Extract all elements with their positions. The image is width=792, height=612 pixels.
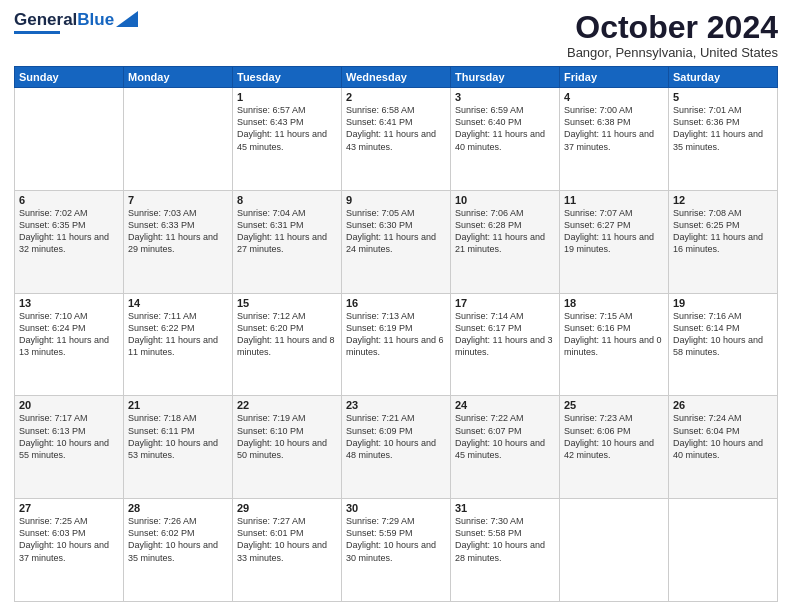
calendar-cell-w5-d3: 29Sunrise: 7:27 AMSunset: 6:01 PMDayligh… (233, 499, 342, 602)
cell-info: Sunrise: 6:59 AMSunset: 6:40 PMDaylight:… (455, 104, 555, 153)
cell-info: Sunrise: 7:12 AMSunset: 6:20 PMDaylight:… (237, 310, 337, 359)
calendar-cell-w2-d5: 10Sunrise: 7:06 AMSunset: 6:28 PMDayligh… (451, 190, 560, 293)
calendar-cell-w1-d5: 3Sunrise: 6:59 AMSunset: 6:40 PMDaylight… (451, 88, 560, 191)
cell-info: Sunrise: 7:30 AMSunset: 5:58 PMDaylight:… (455, 515, 555, 564)
col-monday: Monday (124, 67, 233, 88)
cell-day-number: 23 (346, 399, 446, 411)
header: General Blue October 2024 Bangor, Pennsy… (14, 10, 778, 60)
logo-general: General (14, 10, 77, 30)
cell-info: Sunrise: 7:08 AMSunset: 6:25 PMDaylight:… (673, 207, 773, 256)
cell-day-number: 21 (128, 399, 228, 411)
cell-day-number: 22 (237, 399, 337, 411)
col-sunday: Sunday (15, 67, 124, 88)
cell-info: Sunrise: 7:16 AMSunset: 6:14 PMDaylight:… (673, 310, 773, 359)
cell-info: Sunrise: 7:00 AMSunset: 6:38 PMDaylight:… (564, 104, 664, 153)
cell-day-number: 18 (564, 297, 664, 309)
cell-info: Sunrise: 7:23 AMSunset: 6:06 PMDaylight:… (564, 412, 664, 461)
cell-info: Sunrise: 7:10 AMSunset: 6:24 PMDaylight:… (19, 310, 119, 359)
calendar-week-4: 20Sunrise: 7:17 AMSunset: 6:13 PMDayligh… (15, 396, 778, 499)
cell-info: Sunrise: 7:15 AMSunset: 6:16 PMDaylight:… (564, 310, 664, 359)
logo-blue: Blue (77, 10, 114, 30)
col-tuesday: Tuesday (233, 67, 342, 88)
logo-underline (14, 31, 60, 34)
calendar-cell-w4-d4: 23Sunrise: 7:21 AMSunset: 6:09 PMDayligh… (342, 396, 451, 499)
svg-marker-0 (116, 11, 138, 27)
calendar-cell-w3-d4: 16Sunrise: 7:13 AMSunset: 6:19 PMDayligh… (342, 293, 451, 396)
calendar-cell-w2-d6: 11Sunrise: 7:07 AMSunset: 6:27 PMDayligh… (560, 190, 669, 293)
location: Bangor, Pennsylvania, United States (567, 45, 778, 60)
calendar-week-1: 1Sunrise: 6:57 AMSunset: 6:43 PMDaylight… (15, 88, 778, 191)
cell-info: Sunrise: 7:26 AMSunset: 6:02 PMDaylight:… (128, 515, 228, 564)
cell-day-number: 14 (128, 297, 228, 309)
calendar-cell-w3-d1: 13Sunrise: 7:10 AMSunset: 6:24 PMDayligh… (15, 293, 124, 396)
calendar-cell-w1-d4: 2Sunrise: 6:58 AMSunset: 6:41 PMDaylight… (342, 88, 451, 191)
cell-info: Sunrise: 7:21 AMSunset: 6:09 PMDaylight:… (346, 412, 446, 461)
cell-day-number: 4 (564, 91, 664, 103)
cell-day-number: 5 (673, 91, 773, 103)
cell-day-number: 2 (346, 91, 446, 103)
cell-info: Sunrise: 7:27 AMSunset: 6:01 PMDaylight:… (237, 515, 337, 564)
cell-info: Sunrise: 7:03 AMSunset: 6:33 PMDaylight:… (128, 207, 228, 256)
cell-info: Sunrise: 7:07 AMSunset: 6:27 PMDaylight:… (564, 207, 664, 256)
cell-day-number: 7 (128, 194, 228, 206)
calendar-cell-w1-d3: 1Sunrise: 6:57 AMSunset: 6:43 PMDaylight… (233, 88, 342, 191)
cell-day-number: 29 (237, 502, 337, 514)
cell-day-number: 9 (346, 194, 446, 206)
calendar-week-3: 13Sunrise: 7:10 AMSunset: 6:24 PMDayligh… (15, 293, 778, 396)
cell-day-number: 11 (564, 194, 664, 206)
cell-day-number: 31 (455, 502, 555, 514)
calendar-week-2: 6Sunrise: 7:02 AMSunset: 6:35 PMDaylight… (15, 190, 778, 293)
calendar-cell-w2-d3: 8Sunrise: 7:04 AMSunset: 6:31 PMDaylight… (233, 190, 342, 293)
calendar-cell-w3-d2: 14Sunrise: 7:11 AMSunset: 6:22 PMDayligh… (124, 293, 233, 396)
cell-day-number: 26 (673, 399, 773, 411)
cell-info: Sunrise: 7:25 AMSunset: 6:03 PMDaylight:… (19, 515, 119, 564)
cell-info: Sunrise: 7:05 AMSunset: 6:30 PMDaylight:… (346, 207, 446, 256)
calendar-cell-w3-d5: 17Sunrise: 7:14 AMSunset: 6:17 PMDayligh… (451, 293, 560, 396)
cell-info: Sunrise: 7:11 AMSunset: 6:22 PMDaylight:… (128, 310, 228, 359)
calendar-cell-w5-d2: 28Sunrise: 7:26 AMSunset: 6:02 PMDayligh… (124, 499, 233, 602)
cell-day-number: 27 (19, 502, 119, 514)
col-friday: Friday (560, 67, 669, 88)
col-thursday: Thursday (451, 67, 560, 88)
calendar-week-5: 27Sunrise: 7:25 AMSunset: 6:03 PMDayligh… (15, 499, 778, 602)
cell-day-number: 16 (346, 297, 446, 309)
calendar-cell-w2-d4: 9Sunrise: 7:05 AMSunset: 6:30 PMDaylight… (342, 190, 451, 293)
cell-day-number: 6 (19, 194, 119, 206)
cell-info: Sunrise: 7:24 AMSunset: 6:04 PMDaylight:… (673, 412, 773, 461)
calendar-cell-w1-d6: 4Sunrise: 7:00 AMSunset: 6:38 PMDaylight… (560, 88, 669, 191)
cell-info: Sunrise: 7:17 AMSunset: 6:13 PMDaylight:… (19, 412, 119, 461)
cell-day-number: 19 (673, 297, 773, 309)
col-wednesday: Wednesday (342, 67, 451, 88)
cell-info: Sunrise: 7:02 AMSunset: 6:35 PMDaylight:… (19, 207, 119, 256)
calendar-cell-w5-d7 (669, 499, 778, 602)
calendar-cell-w2-d1: 6Sunrise: 7:02 AMSunset: 6:35 PMDaylight… (15, 190, 124, 293)
cell-info: Sunrise: 7:14 AMSunset: 6:17 PMDaylight:… (455, 310, 555, 359)
cell-info: Sunrise: 7:13 AMSunset: 6:19 PMDaylight:… (346, 310, 446, 359)
cell-info: Sunrise: 7:19 AMSunset: 6:10 PMDaylight:… (237, 412, 337, 461)
logo-icon (116, 11, 138, 27)
calendar-cell-w3-d6: 18Sunrise: 7:15 AMSunset: 6:16 PMDayligh… (560, 293, 669, 396)
page: General Blue October 2024 Bangor, Pennsy… (0, 0, 792, 612)
calendar-cell-w2-d2: 7Sunrise: 7:03 AMSunset: 6:33 PMDaylight… (124, 190, 233, 293)
cell-info: Sunrise: 7:06 AMSunset: 6:28 PMDaylight:… (455, 207, 555, 256)
cell-info: Sunrise: 7:29 AMSunset: 5:59 PMDaylight:… (346, 515, 446, 564)
cell-day-number: 12 (673, 194, 773, 206)
cell-day-number: 20 (19, 399, 119, 411)
cell-day-number: 17 (455, 297, 555, 309)
calendar-cell-w5-d5: 31Sunrise: 7:30 AMSunset: 5:58 PMDayligh… (451, 499, 560, 602)
calendar-cell-w5-d6 (560, 499, 669, 602)
calendar-cell-w1-d1 (15, 88, 124, 191)
calendar-cell-w3-d3: 15Sunrise: 7:12 AMSunset: 6:20 PMDayligh… (233, 293, 342, 396)
cell-info: Sunrise: 7:01 AMSunset: 6:36 PMDaylight:… (673, 104, 773, 153)
calendar-cell-w1-d7: 5Sunrise: 7:01 AMSunset: 6:36 PMDaylight… (669, 88, 778, 191)
cell-day-number: 1 (237, 91, 337, 103)
title-block: October 2024 Bangor, Pennsylvania, Unite… (567, 10, 778, 60)
calendar-cell-w3-d7: 19Sunrise: 7:16 AMSunset: 6:14 PMDayligh… (669, 293, 778, 396)
calendar-cell-w4-d2: 21Sunrise: 7:18 AMSunset: 6:11 PMDayligh… (124, 396, 233, 499)
cell-info: Sunrise: 6:57 AMSunset: 6:43 PMDaylight:… (237, 104, 337, 153)
cell-day-number: 24 (455, 399, 555, 411)
calendar-cell-w4-d1: 20Sunrise: 7:17 AMSunset: 6:13 PMDayligh… (15, 396, 124, 499)
cell-day-number: 8 (237, 194, 337, 206)
calendar-cell-w1-d2 (124, 88, 233, 191)
calendar-cell-w2-d7: 12Sunrise: 7:08 AMSunset: 6:25 PMDayligh… (669, 190, 778, 293)
